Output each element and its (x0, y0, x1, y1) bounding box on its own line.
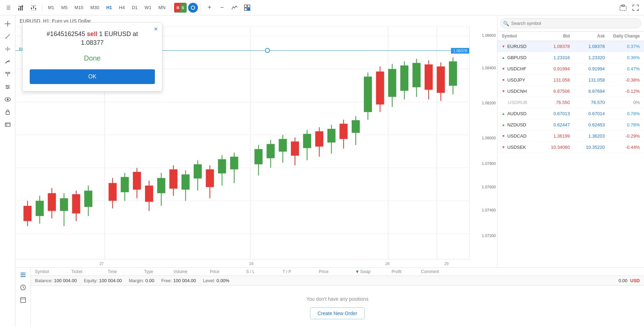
symbol-row[interactable]: ▼ USDCNH 6.87506 6.87694 -0.12% (498, 86, 644, 97)
symbol-row[interactable]: ▼ USDJPY 131.058 131.058 -0.38% (498, 75, 644, 86)
screenshot-button[interactable] (617, 2, 629, 13)
symbol-change: -0.12% (605, 89, 640, 94)
crosshair-icon[interactable] (2, 18, 13, 29)
timeframe-w1[interactable]: W1 (142, 4, 155, 12)
eye-icon[interactable] (2, 94, 13, 105)
search-input[interactable] (500, 18, 641, 28)
timeframe-m30[interactable]: M30 (87, 4, 102, 12)
symbol-row[interactable]: ▼ USDSEK 10.34060 10.35220 -0.44% (498, 142, 644, 153)
level-label: Level: (203, 278, 215, 283)
symbol-rows-container: ▼ EURUSD 1.08378 1.08378 0.37% ▲ GBPUSD … (498, 41, 644, 153)
create-new-order-button[interactable]: Create New Order (310, 307, 365, 319)
symbol-row[interactable]: USDRUB 76.550 76.570 0% (498, 97, 644, 108)
circle-icon-button[interactable] (188, 3, 198, 13)
symbol-ticker: NZDUSD (507, 122, 526, 127)
pen-icon[interactable] (2, 31, 13, 42)
timeframe-h4[interactable]: H4 (116, 4, 128, 12)
timeframe-m15[interactable]: M15 (72, 4, 86, 12)
symbol-bid: 0.67013 (535, 111, 570, 116)
svg-rect-93 (255, 149, 263, 164)
svg-rect-71 (109, 183, 117, 201)
timeframe-m1[interactable]: M1 (45, 4, 57, 12)
timeframe-d1[interactable]: D1 (129, 4, 141, 12)
symbol-ask: 76.570 (570, 100, 605, 105)
positions-content: Symbol Ticket Time Type Volume Price S /… (31, 268, 644, 327)
symbol-name: ▼ USDJPY (502, 77, 535, 83)
symbol-name: ▲ AUDUSD (502, 111, 535, 116)
buy-line-dot (265, 48, 270, 53)
lock-icon[interactable] (2, 106, 13, 118)
timeframe-m5[interactable]: M5 (58, 4, 70, 12)
svg-rect-95 (267, 144, 275, 158)
equity-item: Equity: 100 004.00 (84, 278, 122, 283)
symbol-ask: 6.87694 (570, 89, 605, 94)
equity-value: 100 004.00 (99, 278, 122, 283)
svg-rect-83 (181, 174, 189, 189)
symbol-panel: 🔍 Symbol Bid Ask Daily Change ▼ EURUSD (497, 15, 644, 267)
svg-rect-43 (6, 112, 9, 114)
clock-icon[interactable] (17, 282, 29, 293)
popup-status: Done (30, 54, 155, 62)
symbol-bid: 0.91994 (535, 66, 570, 71)
header-bid: Bid (535, 34, 570, 39)
symbol-row[interactable]: ▲ GBPUSD 1.23316 1.23320 0.36% (498, 52, 644, 63)
popup-ok-button[interactable]: OK (30, 69, 155, 84)
symbol-change: -0.38% (605, 77, 640, 83)
chart-area: × #1645162545 sell 1 EURUSD at 1.08377 D… (15, 15, 644, 267)
timeframe-mn[interactable]: MN (156, 4, 168, 12)
symbol-row[interactable]: ▼ USDCAD 1.36199 1.36203 -0.29% (498, 131, 644, 142)
symbol-row[interactable]: ▲ AUDUSD 0.67013 0.67014 0.78% (498, 108, 644, 119)
free-label: Free: (161, 278, 172, 283)
symbol-ticker: EURUSD (507, 44, 527, 49)
list-icon[interactable] (17, 269, 29, 280)
balance-value: 100 004.00 (54, 278, 77, 283)
symbol-ask: 0.91994 (570, 66, 605, 71)
symbol-change: 0.78% (605, 122, 640, 127)
line-tool-icon[interactable] (2, 43, 13, 55)
timeframe-h1[interactable]: H1 (103, 4, 115, 12)
symbol-table: Symbol Bid Ask Daily Change ▼ EURUSD 1.0… (498, 32, 644, 267)
indicator-settings-icon[interactable] (2, 119, 13, 130)
x-label-27a: 27 (99, 262, 103, 266)
arrow-down-icon: ▼ (502, 78, 505, 82)
symbol-name: ▼ EURUSD (502, 44, 535, 49)
x-axis: 27 28 28 29 (15, 259, 469, 267)
arrow-down-icon: ▼ (502, 134, 505, 138)
symbol-row[interactable]: ▼ EURUSD 1.08378 1.08378 0.37% (498, 41, 644, 52)
terminal-icon[interactable] (17, 294, 29, 306)
level-item: Level: 0.00% (203, 278, 230, 283)
zigzag-button[interactable] (229, 2, 240, 13)
symbol-bid: 1.08378 (535, 44, 570, 49)
svg-rect-65 (60, 198, 68, 211)
svg-rect-105 (327, 129, 335, 142)
buy-sell-button[interactable]: B S (174, 3, 187, 13)
drawing-tools-icon[interactable] (2, 69, 13, 80)
level-value: 0.00% (216, 278, 229, 283)
symbol-row[interactable]: ▼ USDCHF 0.91994 0.91994 0.47% (498, 63, 644, 75)
popup-price: 1.08377 (81, 39, 103, 46)
fib-tool-icon[interactable] (2, 56, 13, 67)
fullscreen-button[interactable] (630, 2, 641, 13)
y-axis: 1.08600 1.08400 1.08200 1.08000 1.07800 … (469, 26, 497, 259)
svg-rect-75 (133, 172, 141, 190)
add-button[interactable]: + (204, 2, 215, 13)
svg-rect-109 (352, 120, 360, 133)
svg-rect-99 (291, 141, 299, 156)
popup-close-button[interactable]: × (154, 26, 158, 33)
indicators-button[interactable] (15, 2, 27, 13)
svg-rect-20 (244, 8, 247, 11)
symbol-ask: 1.23320 (570, 55, 605, 60)
hamburger-menu-button[interactable]: ☰ (3, 2, 14, 13)
header-symbol: Symbol (502, 34, 535, 39)
filter-levels-icon[interactable] (2, 81, 13, 92)
symbol-ask: 0.62453 (570, 122, 605, 127)
symbol-row[interactable]: ▲ NZDUSD 0.62447 0.62453 0.78% (498, 119, 644, 131)
grid-button[interactable] (242, 2, 253, 13)
arrow-down-icon: ▼ (502, 89, 505, 93)
chart-type-button[interactable] (28, 2, 39, 13)
popup-title: #1645162545 sell 1 EURUSD at 1.08377 (30, 30, 155, 47)
remove-button[interactable]: − (216, 2, 228, 13)
svg-rect-111 (364, 77, 372, 112)
arrow-down-icon: ▼ (502, 145, 505, 149)
margin-value: 0.00 (145, 278, 154, 283)
